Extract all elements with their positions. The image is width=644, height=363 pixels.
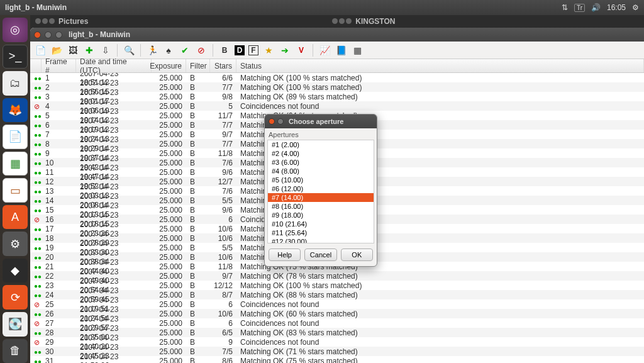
minimize-button[interactable] [45,31,52,38]
add-frames-icon[interactable]: ✚ [83,44,96,57]
maximize-button[interactable] [55,31,62,38]
star-icon[interactable]: ★ [262,44,275,57]
aperture-item[interactable]: #5 (10.00) [268,176,374,184]
cell-stars: 6 [210,215,236,224]
window-tab-kingston[interactable]: KINGSTON [332,17,395,26]
close-button[interactable] [34,31,41,38]
cell-stars: 7/5 [210,347,236,356]
arrow-right-icon[interactable]: ➔ [279,44,291,57]
terminal-app[interactable]: >_ [3,45,28,69]
new-project-icon[interactable]: 📄 [34,44,47,57]
reduce-icon[interactable]: ♠ [162,44,175,57]
dialog-close-button[interactable] [269,118,275,125]
clock[interactable]: 16:05 [607,3,626,12]
cell-stars: 7/7 [210,140,236,148]
open-folder-icon[interactable]: 📂 [50,44,63,57]
col-status[interactable]: Status [236,59,644,72]
trash-icon[interactable]: 🗑 [3,339,28,364]
col-filter[interactable]: Filter [186,59,210,72]
cell-filter: B [186,177,210,186]
window-titlebar[interactable]: light_b - Muniwin [30,28,644,42]
ok-button[interactable]: OK [341,249,373,261]
dark-d-icon[interactable]: D [235,45,245,55]
settings-app[interactable]: ⚙ [3,232,28,256]
cell-frame: 31 [42,357,76,364]
updater-app[interactable]: ⟳ [3,285,28,310]
dialog-help-button[interactable] [277,118,284,125]
cell-status: Matching OK (83 % stars matched) [236,328,644,337]
software-center-app[interactable]: A [3,205,28,230]
cell-stars: 11/7 [210,111,236,120]
col-frame[interactable]: Frame # [42,59,76,72]
files-app[interactable]: 🗂 [3,71,28,96]
col-stars[interactable]: Stars [210,59,236,72]
cell-filter: B [186,338,210,347]
aperture-item[interactable]: #3 (6.00) [268,158,374,167]
aperture-item[interactable]: #6 (12.00) [268,184,374,193]
aperture-item[interactable]: #11 (25.64) [268,228,374,237]
cell-frame: 29 [42,338,76,347]
sound-icon[interactable]: 🔊 [591,3,601,12]
window-tab-pictures[interactable]: Pictures [35,17,88,26]
apertures-list[interactable]: #1 (2.00)#2 (4.00)#3 (6.00)#4 (8.00)#5 (… [267,140,374,243]
cell-filter: B [186,159,210,167]
disk-device[interactable]: 💽 [3,312,28,337]
gear-icon[interactable]: ⚙ [632,3,639,12]
aperture-item[interactable]: #1 (2.00) [268,140,374,149]
cell-stars: 10/6 [210,253,236,262]
convert-icon[interactable]: 🏃 [146,44,158,57]
separator [313,44,313,57]
cell-frame: 22 [42,272,76,281]
aperture-item[interactable]: #12 (30.00) [268,237,374,243]
book-icon[interactable]: 📘 [335,44,347,57]
aperture-item[interactable]: #9 (18.00) [268,211,374,220]
aperture-item[interactable]: #2 (4.00) [268,149,374,158]
ok-icon: ●● [30,225,42,233]
writer-app[interactable]: 📄 [3,125,28,149]
choose-aperture-dialog: Choose aperture Apertures #1 (2.00)#2 (4… [264,114,377,267]
frames-icon[interactable]: 🖼 [67,44,79,57]
help-button[interactable]: Help [269,249,301,261]
ok-icon: ●● [30,291,42,299]
cell-frame: 5 [42,111,76,120]
cell-exposure: 25.000 [152,357,186,364]
aperture-item[interactable]: #8 (16.00) [268,202,374,211]
table-headers: Frame # Date and time (UTC) Exposure Fil… [30,59,644,73]
cell-stars: 8/6 [210,357,236,364]
dialog-titlebar[interactable]: Choose aperture [265,114,377,128]
keyboard-lang[interactable]: Tr [574,4,585,12]
aperture-item[interactable]: #7 (14.00) [268,193,374,202]
col-exposure[interactable]: Exposure [152,59,186,72]
network-icon[interactable]: ⇅ [562,3,568,12]
variable-v-icon[interactable]: V [295,44,308,57]
calc-app[interactable]: ▦ [3,152,28,176]
cell-exposure: 25.000 [152,328,186,337]
cell-stars: 10/6 [210,310,236,318]
aperture-item[interactable]: #4 (8.00) [268,167,374,176]
col-icon[interactable] [30,59,42,72]
bold-b-icon[interactable]: B [218,44,231,57]
grid-icon[interactable]: ▦ [351,44,364,57]
col-datetime[interactable]: Date and time (UTC) [76,59,152,72]
ok-icon: ●● [30,159,42,167]
firefox-app[interactable]: 🦊 [3,98,28,123]
fetch-icon[interactable]: ⇩ [99,44,112,57]
cancel-button[interactable]: Cancel [304,249,336,261]
matching-icon[interactable]: ⊘ [195,44,208,57]
cell-frame: 14 [42,196,76,205]
cell-exposure: 25.000 [152,159,186,167]
cell-filter: B [186,130,210,139]
cell-stars: 5 [210,102,236,111]
ok-icon: ●● [30,328,42,337]
cell-stars: 11/8 [210,262,236,271]
cell-stars: 10/6 [210,225,236,233]
flat-f-icon[interactable]: F [248,45,258,55]
impress-app[interactable]: ▭ [3,178,28,203]
zoom-icon[interactable]: 🔍 [123,44,135,57]
inkscape-app[interactable]: ◆ [3,259,28,283]
dash-icon[interactable]: ◎ [3,18,28,42]
photometry-icon[interactable]: ✔ [179,44,191,57]
aperture-item[interactable]: #10 (21.64) [268,220,374,228]
light-curve-icon[interactable]: 📈 [318,44,331,57]
cell-frame: 25 [42,300,76,309]
